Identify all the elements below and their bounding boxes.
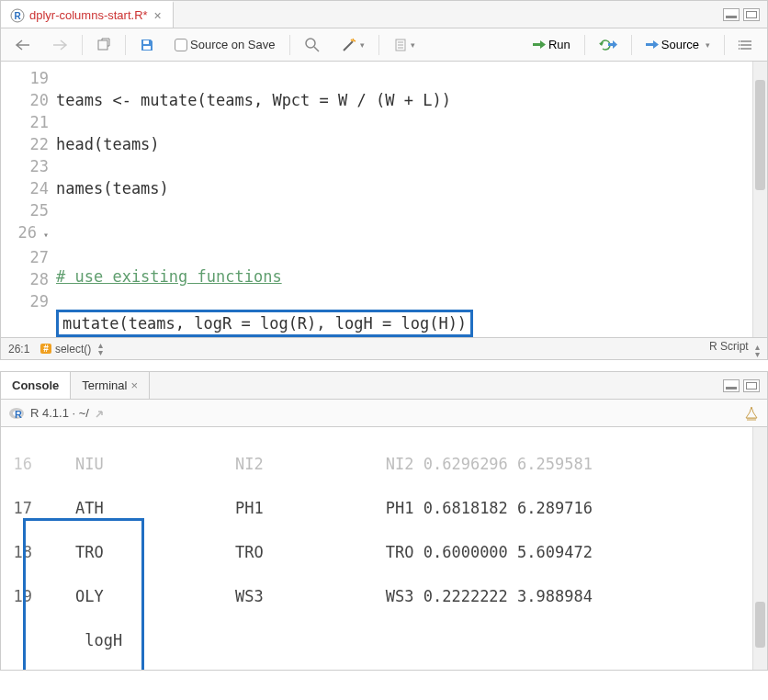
svg-rect-2 xyxy=(98,40,107,50)
editor-scrollbar[interactable] xyxy=(752,62,767,337)
clear-console-icon[interactable] xyxy=(743,405,760,422)
line-gutter: 19 20 21 22 23 24 25 26▾ 27 28 29 xyxy=(1,62,56,337)
svg-text:R: R xyxy=(15,409,22,420)
tab-console[interactable]: Console xyxy=(1,372,71,399)
window-buttons xyxy=(723,8,767,21)
line-20: head(teams) xyxy=(56,133,767,155)
svg-rect-9 xyxy=(646,43,654,46)
updown-icon: ▴▾ xyxy=(755,344,760,358)
save-button[interactable] xyxy=(133,34,161,56)
cursor-position: 26:1 xyxy=(8,343,29,356)
line-21: names(teams) xyxy=(56,177,767,199)
minimize-icon[interactable] xyxy=(723,8,740,21)
line-24: mutate(teams, logR = log(R), logH = log(… xyxy=(56,310,767,337)
maximize-icon[interactable] xyxy=(743,379,760,392)
svg-rect-3 xyxy=(143,40,149,44)
output-row: 16 NIU NI2 NI2 0.6296296 6.259581 xyxy=(1,453,767,475)
outline-button[interactable] xyxy=(732,35,760,55)
svg-rect-4 xyxy=(143,46,151,50)
output-row: 19 OLY WS3 WS3 0.2222222 3.988984 xyxy=(1,585,767,607)
file-tab[interactable]: R dplyr-columns-start.R* × xyxy=(1,1,174,28)
section-crumb[interactable]: # select() ▴▾ xyxy=(40,342,103,356)
r-file-icon: R xyxy=(10,8,25,23)
source-panel: R dplyr-columns-start.R* × Source on Sav… xyxy=(0,0,768,360)
show-in-window-button[interactable] xyxy=(90,34,118,56)
svg-text:R: R xyxy=(14,11,21,21)
tab-close-icon[interactable]: × xyxy=(152,8,164,23)
window-buttons xyxy=(723,379,767,392)
find-button[interactable] xyxy=(298,33,327,57)
line-22 xyxy=(56,221,767,243)
svg-rect-7 xyxy=(533,43,541,46)
line-23: # use existing functions xyxy=(56,265,767,288)
output-row: 18 TRO TRO TRO 0.6000000 5.609472 xyxy=(1,541,767,563)
console-tabbar: Console Terminal× xyxy=(1,372,767,400)
console-scrollbar[interactable] xyxy=(752,427,767,670)
back-button[interactable] xyxy=(8,35,38,55)
forward-button[interactable] xyxy=(45,35,74,55)
hash-icon: # xyxy=(40,344,51,354)
rerun-button[interactable] xyxy=(593,35,624,55)
maximize-icon[interactable] xyxy=(743,8,760,21)
language-mode[interactable]: R Script ▴▾ xyxy=(709,340,760,358)
source-tabbar: R dplyr-columns-start.R* × xyxy=(1,1,767,28)
source-button[interactable]: Source▾ xyxy=(639,34,717,55)
checkbox-icon xyxy=(175,39,187,51)
console-output[interactable]: 16 NIU NI2 NI2 0.6296296 6.259581 17 ATH… xyxy=(1,427,767,670)
source-toolbar: Source on Save ▾ ▾ Run Source▾ xyxy=(1,28,767,62)
minimize-icon[interactable] xyxy=(723,379,740,392)
wand-button[interactable]: ▾ xyxy=(334,33,371,57)
svg-point-5 xyxy=(306,39,315,48)
code-area[interactable]: teams <- mutate(teams, Wpct = W / (W + L… xyxy=(56,62,767,337)
run-button[interactable]: Run xyxy=(526,34,577,55)
console-panel: Console Terminal× R R 4.1.1 · ~/ 16 NIU … xyxy=(0,371,768,671)
r-logo-icon: R xyxy=(8,405,25,422)
output-row: 17 ATH PH1 PH1 0.6818182 6.289716 xyxy=(1,497,767,519)
source-statusbar: 26:1 # select() ▴▾ R Script ▴▾ xyxy=(1,337,767,359)
r-version: R 4.1.1 · ~/ xyxy=(30,406,89,420)
tab-terminal[interactable]: Terminal× xyxy=(71,372,150,399)
popout-icon[interactable] xyxy=(95,408,107,419)
line-19: teams <- mutate(teams, Wpct = W / (W + L… xyxy=(56,89,767,111)
console-header: R R 4.1.1 · ~/ xyxy=(1,400,767,427)
tab-title: dplyr-columns-start.R* xyxy=(29,8,148,22)
output-header: logH xyxy=(1,629,767,651)
updown-icon: ▴▾ xyxy=(98,342,103,356)
notebook-button[interactable]: ▾ xyxy=(387,34,422,56)
code-editor[interactable]: 19 20 21 22 23 24 25 26▾ 27 28 29 teams … xyxy=(1,62,767,337)
tab-close-icon[interactable]: × xyxy=(130,378,138,392)
source-on-save-toggle[interactable]: Source on Save xyxy=(168,34,282,55)
